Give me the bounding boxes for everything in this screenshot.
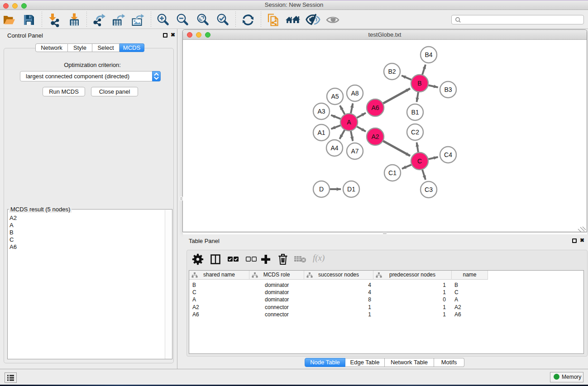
svg-text:A3: A3 [317,108,325,115]
svg-text:A8: A8 [351,90,359,97]
svg-text:C1: C1 [388,169,397,176]
svg-text:B2: B2 [388,68,396,75]
svg-text:A6: A6 [371,104,379,111]
svg-text:C4: C4 [444,151,452,158]
svg-text:A: A [347,119,351,126]
svg-text:D: D [319,186,324,193]
svg-text:A2: A2 [371,133,379,140]
svg-text:C2: C2 [411,129,419,136]
svg-text:A5: A5 [331,93,339,100]
svg-text:B1: B1 [411,109,419,116]
svg-text:B4: B4 [425,51,432,58]
svg-text:D1: D1 [347,186,355,193]
svg-text:A1: A1 [317,129,325,136]
svg-text:B3: B3 [444,86,452,93]
svg-text:C: C [417,157,422,165]
svg-text:B: B [417,80,421,87]
svg-text:A4: A4 [330,144,338,152]
svg-text:C3: C3 [425,186,433,193]
svg-text:A7: A7 [351,148,359,155]
